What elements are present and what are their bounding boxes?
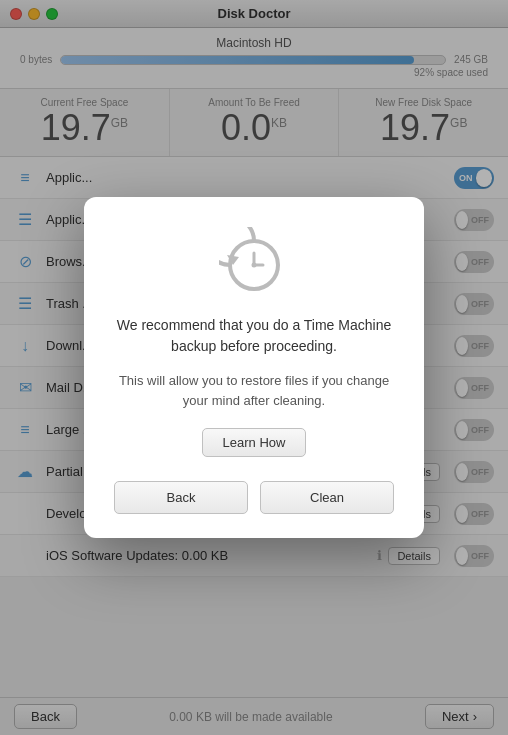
modal-body: This will allow you to restore files if …: [114, 371, 394, 410]
modal-title: We recommend that you do a Time Machine …: [114, 315, 394, 357]
modal-dialog: We recommend that you do a Time Machine …: [84, 197, 424, 538]
svg-point-4: [252, 263, 257, 268]
modal-clean-button[interactable]: Clean: [260, 481, 394, 514]
time-machine-icon: [219, 227, 289, 297]
modal-back-button[interactable]: Back: [114, 481, 248, 514]
modal-overlay: We recommend that you do a Time Machine …: [0, 0, 508, 735]
learn-how-button[interactable]: Learn How: [202, 428, 307, 457]
modal-buttons: Back Clean: [114, 481, 394, 514]
